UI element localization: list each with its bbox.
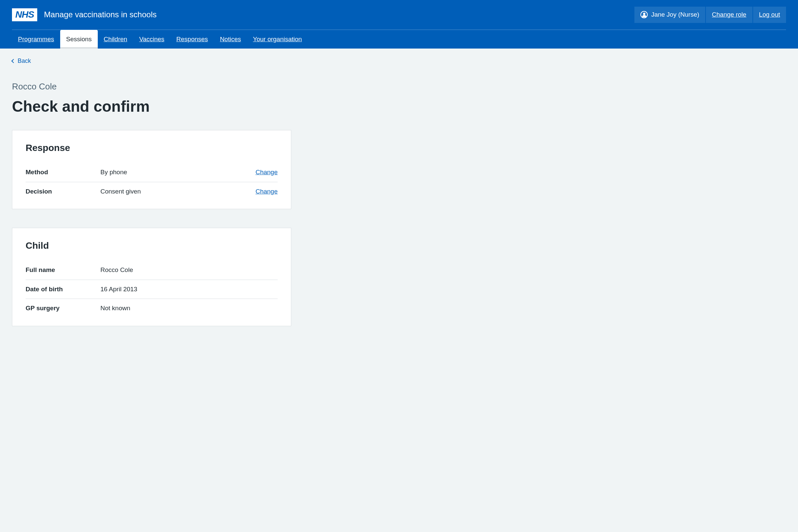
nav-notices[interactable]: Notices xyxy=(214,30,247,49)
change-role-link[interactable]: Change role xyxy=(706,7,753,23)
summary-action: Change xyxy=(248,187,278,196)
summary-action: Change xyxy=(248,168,278,177)
summary-row: Method By phone Change xyxy=(25,163,278,182)
summary-value: Consent given xyxy=(100,187,248,196)
summary-row: GP surgery Not known xyxy=(25,299,278,318)
summary-key: Full name xyxy=(25,265,100,275)
card-child: Child Full name Rocco Cole Date of birth… xyxy=(12,228,291,326)
nav-programmes[interactable]: Programmes xyxy=(12,30,60,49)
nhs-logo[interactable]: NHS xyxy=(12,8,37,21)
header-left: NHS Manage vaccinations in schools xyxy=(12,8,157,21)
change-method-link[interactable]: Change xyxy=(255,169,278,175)
account-user: Jane Joy (Nurse) xyxy=(634,7,705,23)
page-caption: Rocco Cole xyxy=(12,80,786,93)
nav-children[interactable]: Children xyxy=(98,30,133,49)
nav-sessions[interactable]: Sessions xyxy=(60,30,98,49)
summary-key: Date of birth xyxy=(25,285,100,294)
summary-row: Full name Rocco Cole xyxy=(25,261,278,280)
main: Back Rocco Cole Check and confirm Respon… xyxy=(0,49,798,365)
page-title: Check and confirm xyxy=(12,95,786,118)
nav-your-organisation[interactable]: Your organisation xyxy=(247,30,308,49)
summary-value: 16 April 2013 xyxy=(100,285,278,294)
user-icon xyxy=(640,11,648,18)
log-out-link[interactable]: Log out xyxy=(753,7,786,23)
summary-key: Decision xyxy=(25,187,100,196)
summary-key: GP surgery xyxy=(25,304,100,313)
summary-row: Date of birth 16 April 2013 xyxy=(25,280,278,299)
summary-row: Decision Consent given Change xyxy=(25,182,278,201)
chevron-left-icon xyxy=(11,59,16,63)
header-top: NHS Manage vaccinations in schools Jane … xyxy=(12,7,786,30)
nav-responses[interactable]: Responses xyxy=(170,30,214,49)
account-user-name: Jane Joy (Nurse) xyxy=(651,10,699,20)
summary-value: Rocco Cole xyxy=(100,265,278,275)
service-name: Manage vaccinations in schools xyxy=(44,8,157,21)
nav-vaccines[interactable]: Vaccines xyxy=(133,30,171,49)
change-decision-link[interactable]: Change xyxy=(255,188,278,195)
primary-nav: Programmes Sessions Children Vaccines Re… xyxy=(12,30,786,49)
card-response: Response Method By phone Change Decision… xyxy=(12,130,291,209)
summary-value: Not known xyxy=(100,304,278,313)
back-link-label: Back xyxy=(18,57,31,65)
card-response-heading: Response xyxy=(25,141,278,155)
back-link[interactable]: Back xyxy=(12,57,31,65)
header: NHS Manage vaccinations in schools Jane … xyxy=(0,0,798,49)
summary-value: By phone xyxy=(100,168,248,177)
card-child-heading: Child xyxy=(25,239,278,253)
account-nav: Jane Joy (Nurse) Change role Log out xyxy=(634,7,786,23)
summary-key: Method xyxy=(25,168,100,177)
